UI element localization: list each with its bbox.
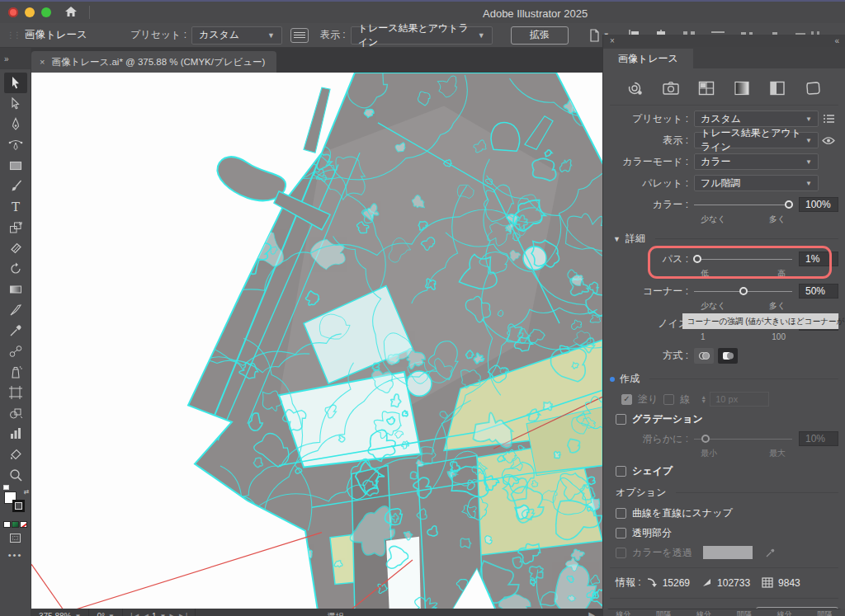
palette-dropdown[interactable]: フル階調 ▼ (694, 175, 819, 191)
tools-expand-icon[interactable]: » (0, 48, 31, 69)
drag-grip-icon: ⋮⋮ (7, 31, 20, 40)
expand-button[interactable]: 拡張 (511, 26, 569, 45)
color-count-slider[interactable] (694, 198, 792, 211)
preset-label: プリセット : (130, 28, 186, 42)
close-traffic-icon[interactable] (8, 7, 18, 17)
color-mode-dropdown[interactable]: カラー ▼ (694, 153, 819, 170)
panel-collapse-icon[interactable]: « (834, 36, 838, 45)
preset-dropdown[interactable]: カスタム ▼ (191, 26, 282, 45)
status-arrow-icon[interactable]: ▶ (588, 609, 603, 616)
corners-value[interactable]: 50% (799, 284, 838, 299)
selection-tool[interactable] (4, 73, 27, 93)
ignore-color-checkbox[interactable] (616, 548, 626, 558)
first-artboard-icon[interactable]: |◀ (130, 609, 139, 616)
pen-tool[interactable] (4, 114, 27, 134)
divider (610, 567, 838, 568)
color-button[interactable] (3, 521, 11, 528)
stroke-color-well[interactable] (12, 500, 25, 512)
method-overlapping-button[interactable] (718, 348, 738, 364)
slider-handle[interactable] (701, 435, 710, 443)
gradient-tool[interactable] (4, 279, 27, 299)
zoom-tool[interactable] (4, 464, 27, 485)
high-color-icon[interactable] (697, 80, 715, 96)
paintbrush-tool[interactable] (4, 176, 27, 196)
zoom-level-dropdown[interactable]: 375.88% ▼ (31, 609, 89, 616)
rectangle-tool[interactable] (4, 155, 27, 176)
panel-close-icon[interactable]: × (610, 36, 615, 45)
eraser-tool[interactable] (4, 237, 27, 258)
rotate-view-tool[interactable] (4, 258, 27, 279)
next-artboard-icon[interactable]: ▶ (169, 609, 176, 616)
smooth-value[interactable]: 10% (799, 431, 838, 446)
rotation-dropdown[interactable]: 0° ▼ (89, 609, 122, 616)
default-colors-icon[interactable] (3, 485, 9, 490)
shape-row: シェイプ (616, 464, 838, 477)
method-abutting-button[interactable] (694, 348, 714, 364)
symbol-sprayer-tool[interactable] (4, 361, 27, 382)
snap-checkbox[interactable] (616, 508, 626, 519)
trace-preset-icons (610, 73, 838, 106)
gradient-checkbox[interactable] (616, 414, 626, 425)
stroke-width-stepper[interactable]: ▲▼ 10 px (701, 392, 769, 407)
home-icon[interactable] (64, 6, 78, 20)
low-color-icon[interactable] (733, 80, 751, 96)
transparent-row: 透明部分 (616, 526, 838, 539)
paths-slider[interactable] (694, 252, 792, 266)
artboard-tool[interactable] (4, 382, 27, 402)
shape-builder-tool[interactable] (4, 402, 27, 423)
slider-handle[interactable] (693, 255, 701, 263)
canvas[interactable]: 375.88% ▼ 0° ▼ |◀ ◀ 1 ▼ ▶ ▶| 選択 ▶ (31, 73, 603, 616)
stepper-arrows-icon[interactable]: ▲▼ (701, 395, 706, 403)
auto-color-icon[interactable] (626, 80, 644, 96)
curvature-tool[interactable] (4, 134, 27, 155)
panel-view-dropdown[interactable]: トレース結果とアウトライン ▼ (694, 132, 819, 148)
close-tab-icon[interactable]: × (40, 57, 45, 67)
panel-preset-dropdown[interactable]: カスタム ▼ (694, 111, 819, 127)
photo-icon[interactable] (662, 80, 680, 96)
more-tools-icon[interactable]: ••• (8, 550, 23, 560)
tools-list: T ⇄ •• (0, 69, 31, 560)
view-dropdown[interactable]: トレース結果とアウトライン ▼ (351, 26, 493, 45)
trace-panel-toggle-icon[interactable] (290, 28, 309, 43)
none-button[interactable] (20, 521, 27, 528)
corners-slider[interactable] (694, 284, 792, 298)
stroke-checkbox[interactable] (663, 394, 674, 405)
paths-value[interactable]: 1% (799, 252, 838, 266)
transform-tool[interactable] (4, 217, 27, 237)
eye-icon[interactable] (819, 136, 838, 145)
stroke-width-field[interactable]: 10 px (710, 392, 769, 407)
color-count-value[interactable]: 100% (799, 197, 838, 212)
gradient-button[interactable] (12, 521, 19, 528)
slider-handle[interactable] (739, 287, 748, 295)
transparent-checkbox[interactable] (616, 528, 626, 538)
live-paint-bucket-tool[interactable] (4, 444, 27, 464)
eyedropper-icon[interactable] (765, 547, 777, 558)
panel-tab-image-trace[interactable]: 画像トレース (603, 49, 693, 68)
artboard-navigation[interactable]: |◀ ◀ 1 ▼ ▶ ▶| (123, 609, 196, 616)
document-tab[interactable]: × 画像トレース.ai* @ 375.88 % (CMYK/プレビュー) (31, 51, 276, 73)
slider-handle[interactable] (785, 200, 793, 209)
draw-mode-button[interactable] (10, 534, 21, 543)
zoom-traffic-icon[interactable] (41, 7, 51, 17)
fill-checkbox[interactable]: ✓ (621, 394, 632, 405)
detail-section-header[interactable]: ▼ 詳細 (610, 232, 838, 246)
panel-header[interactable]: × « (603, 35, 845, 47)
eyedropper-tool[interactable] (4, 320, 27, 341)
prev-artboard-icon[interactable]: ◀ (142, 609, 149, 616)
minimize-traffic-icon[interactable] (25, 7, 35, 17)
shape-checkbox[interactable] (616, 466, 626, 477)
direct-selection-tool[interactable] (4, 93, 27, 114)
knife-tool[interactable] (4, 299, 27, 320)
swap-colors-icon[interactable]: ⇄ (24, 488, 30, 496)
grayscale-icon[interactable] (768, 80, 786, 96)
preset-menu-icon[interactable] (819, 114, 838, 124)
fill-stroke-wells: ⇄ (3, 490, 28, 516)
column-graph-tool[interactable] (4, 423, 27, 444)
smooth-slider[interactable] (694, 432, 792, 445)
outline-icon[interactable] (804, 80, 822, 96)
smooth-row: 滑らかに : 10% (610, 430, 838, 447)
ignore-color-swatch[interactable] (703, 546, 753, 559)
last-artboard-icon[interactable]: ▶| (179, 609, 187, 616)
blend-tool[interactable] (4, 341, 27, 361)
type-tool[interactable]: T (4, 196, 27, 217)
